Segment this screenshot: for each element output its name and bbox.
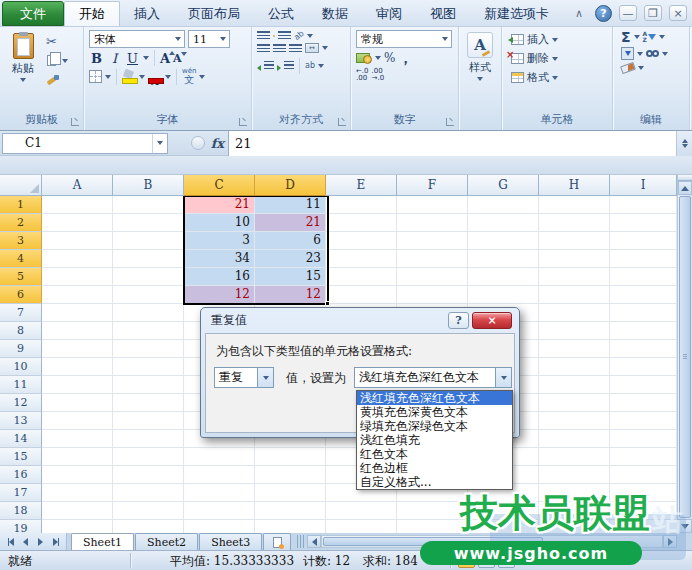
select-all-corner[interactable] — [0, 175, 42, 196]
wrap-text-icon[interactable]: ab — [305, 61, 315, 70]
borders-dropdown-arrow[interactable] — [105, 75, 111, 79]
cell-D1[interactable]: 11 — [255, 196, 326, 214]
row-header-5[interactable]: 5 — [0, 268, 42, 286]
row-header-13[interactable]: 13 — [0, 412, 42, 430]
cell-A9[interactable] — [42, 340, 113, 358]
cell-H6[interactable] — [539, 286, 610, 304]
format-option-1[interactable]: 浅红填充色深红色文本 — [357, 391, 512, 405]
insert-function-icon[interactable]: fx — [211, 136, 224, 151]
merge-center-icon[interactable]: ↔ — [305, 43, 319, 53]
align-left-icon[interactable] — [257, 44, 270, 53]
cell-I10[interactable] — [610, 358, 677, 376]
cell-B13[interactable] — [113, 412, 184, 430]
cell-D19[interactable] — [255, 520, 326, 533]
column-header-C[interactable]: C — [184, 175, 255, 196]
cell-B10[interactable] — [113, 358, 184, 376]
format-style-dropdown-arrow[interactable] — [495, 368, 511, 387]
column-header-B[interactable]: B — [113, 175, 184, 196]
cell-D3[interactable]: 6 — [255, 232, 326, 250]
cell-D18[interactable] — [255, 502, 326, 520]
cell-B7[interactable] — [113, 304, 184, 322]
ribbon-tab-5[interactable]: 数据 — [308, 1, 362, 26]
cell-B16[interactable] — [113, 466, 184, 484]
cell-H15[interactable] — [539, 448, 610, 466]
restore-icon[interactable]: ❐ — [644, 5, 662, 21]
column-header-G[interactable]: G — [468, 175, 539, 196]
cell-D16[interactable] — [255, 466, 326, 484]
accounting-format-icon[interactable] — [356, 52, 372, 64]
font-name-combo[interactable]: 宋体 — [89, 30, 185, 48]
close-icon[interactable]: × — [669, 5, 687, 21]
cell-B6[interactable] — [113, 286, 184, 304]
cell-I12[interactable] — [610, 394, 677, 412]
cell-H4[interactable] — [539, 250, 610, 268]
vertical-scrollbar[interactable] — [677, 175, 692, 533]
format-option-6[interactable]: 红色边框 — [357, 461, 512, 475]
row-header-14[interactable]: 14 — [0, 430, 42, 448]
cell-I8[interactable] — [610, 322, 677, 340]
cell-G19[interactable] — [468, 520, 539, 533]
cell-F2[interactable] — [397, 214, 468, 232]
cell-A17[interactable] — [42, 484, 113, 502]
dialog-help-button[interactable]: ? — [448, 312, 469, 329]
ribbon-tab-6[interactable]: 审阅 — [362, 1, 416, 26]
cell-I14[interactable] — [610, 430, 677, 448]
normal-view-button[interactable] — [458, 553, 475, 568]
ribbon-tab-8[interactable]: 新建选项卡 — [470, 1, 563, 26]
rule-type-dropdown-arrow[interactable] — [257, 368, 273, 387]
cell-B3[interactable] — [113, 232, 184, 250]
row-header-4[interactable]: 4 — [0, 250, 42, 268]
orientation-icon[interactable]: ab — [292, 29, 305, 42]
cell-E5[interactable] — [326, 268, 397, 286]
row-header-16[interactable]: 16 — [0, 466, 42, 484]
phonetic-guide-icon[interactable]: wén文 — [182, 68, 196, 85]
cell-H7[interactable] — [539, 304, 610, 322]
page-break-view-button[interactable] — [498, 553, 515, 568]
format-cells-button[interactable]: 格式 — [508, 70, 612, 85]
copy-icon[interactable] — [44, 53, 70, 68]
cell-B12[interactable] — [113, 394, 184, 412]
cell-A19[interactable] — [42, 520, 113, 533]
sort-filter-button[interactable]: AZ — [643, 31, 657, 43]
insert-cells-button[interactable]: 插入 — [508, 32, 612, 47]
cell-A8[interactable] — [42, 322, 113, 340]
sort-dropdown-arrow[interactable] — [659, 35, 665, 39]
cell-G4[interactable] — [468, 250, 539, 268]
cell-I11[interactable] — [610, 376, 677, 394]
font-size-combo[interactable]: 11 — [188, 30, 230, 48]
cell-B1[interactable] — [113, 196, 184, 214]
align-center-icon[interactable] — [273, 44, 286, 53]
align-bottom-icon[interactable] — [278, 31, 291, 40]
bold-button[interactable]: B — [89, 51, 104, 66]
cell-H8[interactable] — [539, 322, 610, 340]
format-option-7[interactable]: 自定义格式... — [357, 475, 512, 489]
cell-I16[interactable] — [610, 466, 677, 484]
cell-H5[interactable] — [539, 268, 610, 286]
cell-H1[interactable] — [539, 196, 610, 214]
cell-C1[interactable]: 21 — [184, 196, 255, 214]
cell-C5[interactable]: 16 — [184, 268, 255, 286]
cell-G2[interactable] — [468, 214, 539, 232]
fill-dropdown-arrow[interactable] — [637, 52, 643, 56]
cell-I15[interactable] — [610, 448, 677, 466]
paste-button[interactable]: 粘贴 — [2, 29, 44, 112]
insert-worksheet-tab[interactable] — [263, 533, 291, 550]
comma-style-button[interactable]: ， — [398, 54, 412, 62]
sheet-tab-Sheet2[interactable]: Sheet2 — [135, 533, 198, 550]
cell-F18[interactable] — [397, 502, 468, 520]
cell-C19[interactable] — [184, 520, 255, 533]
cell-E19[interactable] — [326, 520, 397, 533]
cell-F6[interactable] — [397, 286, 468, 304]
collapse-ribbon-icon[interactable]: ∧ — [570, 5, 588, 21]
ribbon-tab-2[interactable]: 插入 — [120, 1, 174, 26]
vertical-scroll-thumb[interactable] — [679, 196, 691, 518]
cell-I4[interactable] — [610, 250, 677, 268]
row-header-12[interactable]: 12 — [0, 394, 42, 412]
column-header-A[interactable]: A — [42, 175, 113, 196]
cell-B11[interactable] — [113, 376, 184, 394]
cell-C6[interactable]: 12 — [184, 286, 255, 304]
column-header-I[interactable]: I — [610, 175, 677, 196]
formula-input[interactable]: 21 — [228, 131, 676, 156]
cell-F5[interactable] — [397, 268, 468, 286]
cell-E4[interactable] — [326, 250, 397, 268]
